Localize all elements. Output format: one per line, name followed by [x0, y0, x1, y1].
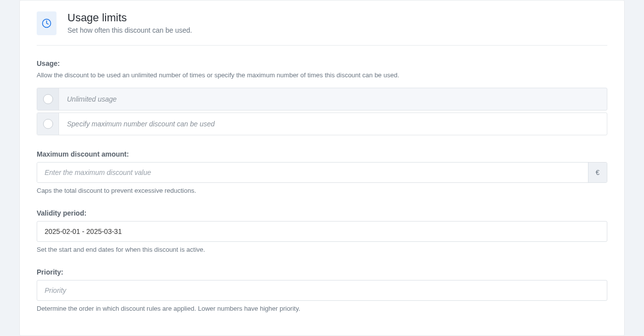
radio-label-specify: Specify maximum number discount can be u…	[59, 120, 215, 128]
radio-cell	[37, 88, 59, 110]
divider	[37, 45, 607, 46]
priority-label: Priority:	[37, 268, 607, 276]
usage-field: Usage: Allow the discount to be used an …	[37, 59, 607, 135]
page: Usage limits Set how often this discount…	[0, 0, 644, 336]
priority-field: Priority: Determine the order in which d…	[37, 268, 607, 312]
usage-radio-specify[interactable]: Specify maximum number discount can be u…	[37, 112, 607, 135]
max-amount-help: Caps the total discount to prevent exces…	[37, 187, 607, 194]
max-amount-input-group: €	[37, 162, 607, 183]
usage-desc: Allow the discount to be used an unlimit…	[37, 71, 607, 79]
validity-input[interactable]	[37, 221, 607, 242]
radio-circle-icon	[43, 94, 53, 104]
validity-label: Validity period:	[37, 209, 607, 217]
validity-help: Set the start and end dates for when thi…	[37, 246, 607, 253]
validity-field: Validity period: Set the start and end d…	[37, 209, 607, 253]
section-subtitle: Set how often this discount can be used.	[67, 26, 192, 34]
radio-circle-icon	[43, 119, 53, 129]
currency-suffix: €	[588, 163, 607, 182]
priority-input[interactable]	[37, 280, 607, 301]
radio-cell	[37, 113, 59, 135]
priority-help: Determine the order in which discount ru…	[37, 305, 607, 312]
radio-label-unlimited: Unlimited usage	[59, 95, 117, 103]
section-title: Usage limits	[67, 11, 192, 24]
clock-icon	[37, 11, 57, 35]
usage-radio-unlimited[interactable]: Unlimited usage	[37, 88, 607, 111]
max-amount-field: Maximum discount amount: € Caps the tota…	[37, 150, 607, 194]
max-amount-input[interactable]	[37, 163, 588, 182]
usage-limits-card: Usage limits Set how often this discount…	[19, 0, 625, 336]
section-titles: Usage limits Set how often this discount…	[67, 11, 192, 34]
usage-label: Usage:	[37, 59, 607, 67]
section-header: Usage limits Set how often this discount…	[37, 0, 607, 35]
max-amount-label: Maximum discount amount:	[37, 150, 607, 158]
